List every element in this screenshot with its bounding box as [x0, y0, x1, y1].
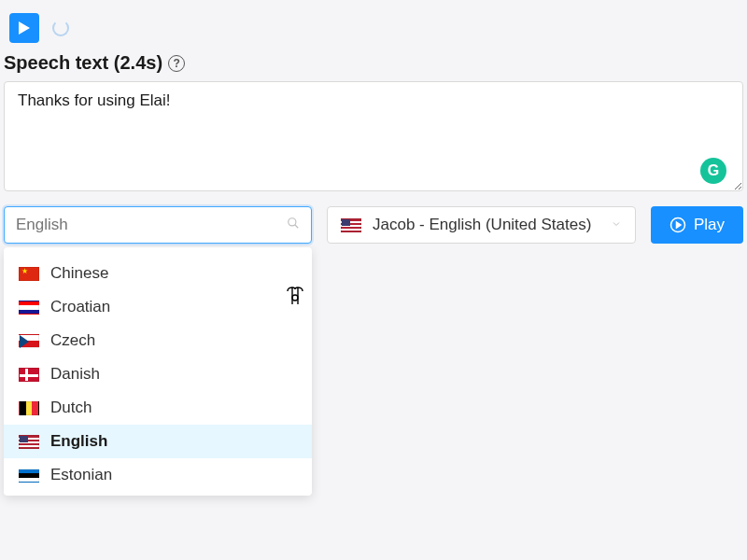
play-icon [19, 21, 30, 35]
speech-text-input[interactable] [4, 81, 743, 191]
speech-text-header: Speech text (2.4s) ? [0, 52, 747, 81]
language-option-label: Danish [50, 365, 100, 384]
svg-line-1 [295, 225, 299, 229]
svg-point-0 [289, 218, 296, 226]
language-search-wrap [4, 206, 312, 244]
language-option-label: Croatian [50, 298, 110, 316]
language-option-label: Dutch [50, 399, 92, 417]
play-circle-icon [669, 217, 686, 233]
flag-icon [19, 368, 39, 382]
play-button[interactable]: Play [651, 206, 743, 244]
flag-icon [19, 334, 39, 348]
speech-textarea-wrap: G [0, 81, 747, 195]
language-option[interactable]: Chinese [4, 257, 312, 290]
language-option-label: English [50, 432, 107, 451]
flag-icon [19, 401, 39, 415]
flag-icon [341, 218, 361, 232]
top-bar [0, 0, 747, 52]
language-option[interactable]: Dutch [4, 391, 312, 425]
language-option[interactable]: ——— [4, 247, 312, 257]
loading-spinner-icon [52, 20, 69, 36]
preview-play-button[interactable] [9, 13, 39, 43]
language-select[interactable]: ———ChineseCroatianCzechDanishDutchEnglis… [4, 206, 312, 244]
play-button-label: Play [694, 216, 725, 234]
chevron-down-icon [611, 217, 622, 232]
flag-icon [19, 267, 39, 281]
language-option[interactable]: Estonian [4, 458, 312, 492]
language-option-label: Czech [50, 331, 95, 350]
language-option[interactable]: Croatian [4, 290, 312, 324]
language-option[interactable]: English [4, 425, 312, 458]
grammarly-icon[interactable]: G [700, 158, 726, 184]
controls-row: ———ChineseCroatianCzechDanishDutchEnglis… [0, 195, 747, 244]
flag-icon [19, 301, 39, 315]
flag-icon [19, 469, 39, 483]
voice-select[interactable]: Jacob - English (United States) [327, 206, 636, 244]
language-option[interactable]: Czech [4, 324, 312, 357]
speech-text-label: Speech text (2.4s) [4, 52, 162, 74]
search-icon [287, 217, 300, 233]
language-option-label: Chinese [50, 264, 108, 283]
language-option-label: ——— [50, 247, 98, 249]
flag-icon [19, 435, 39, 449]
language-option[interactable]: Danish [4, 357, 312, 391]
help-icon[interactable]: ? [168, 55, 185, 72]
language-option-label: Estonian [50, 466, 112, 484]
language-dropdown[interactable]: ———ChineseCroatianCzechDanishDutchEnglis… [4, 247, 312, 496]
voice-label: Jacob - English (United States) [373, 216, 599, 234]
language-search-input[interactable] [5, 207, 311, 243]
